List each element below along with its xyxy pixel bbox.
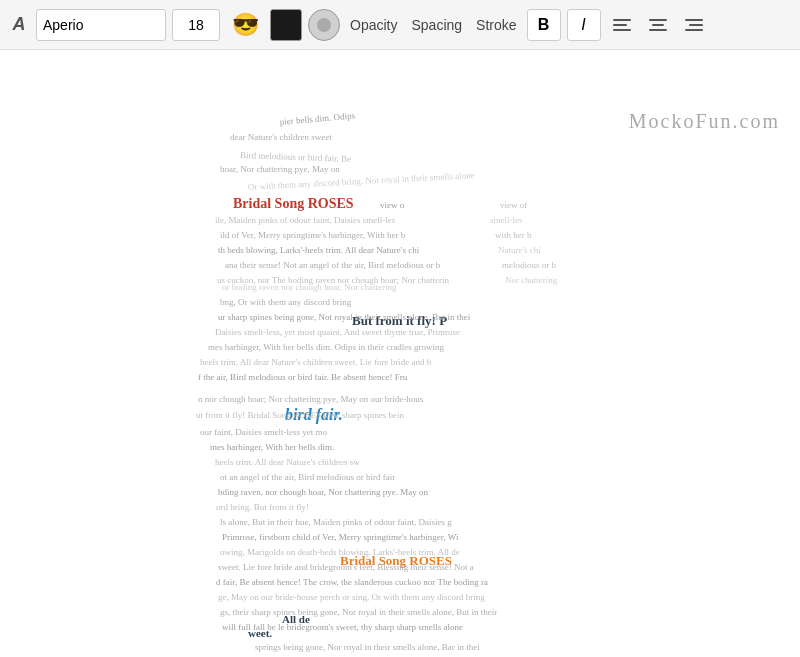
svg-text:n nor chough hoar; Nor chatter: n nor chough hoar; Nor chattering pye, M…	[198, 394, 424, 404]
svg-text:bng, Or with them any discord : bng, Or with them any discord bring	[220, 297, 352, 307]
color-opacity-swatch[interactable]	[308, 9, 340, 41]
svg-text:Nor chattering: Nor chattering	[505, 275, 558, 285]
svg-text:our faint, Daisies smelt-less : our faint, Daisies smelt-less yet mo	[200, 427, 327, 437]
align-center-button[interactable]	[643, 9, 673, 41]
svg-text:ge, May on our bride-house per: ge, May on our bride-house perch or sing…	[218, 592, 485, 602]
stroke-label: Stroke	[472, 17, 520, 33]
align-center-icon	[649, 19, 667, 31]
svg-text:Bridal Song ROSES: Bridal Song ROSES	[233, 196, 354, 211]
svg-text:ot an angel of the air, Bird m: ot an angel of the air, Bird melodious o…	[220, 472, 395, 482]
canvas-area[interactable]: MockoFun.com pier bells dim. Odips dear …	[0, 50, 800, 657]
svg-text:mes harbinger, With her bells : mes harbinger, With her bells dim.	[210, 442, 334, 452]
svg-text:th beds blowing, Larks'-heels : th beds blowing, Larks'-heels trim. All …	[218, 245, 420, 255]
svg-text:bding raven, nor chough hoar, : bding raven, nor chough hoar, Nor chatte…	[218, 487, 429, 497]
svg-text:mes harbinger, With her bells : mes harbinger, With her bells dim. Odips…	[208, 342, 445, 352]
svg-text:sweet. Lie fore bride and brid: sweet. Lie fore bride and bridegroom's f…	[218, 562, 474, 572]
svg-text:ild of Ver, Merry springtime's: ild of Ver, Merry springtime's harbinger…	[220, 230, 406, 240]
svg-text:heels trim. All dear Nature's : heels trim. All dear Nature's children s…	[200, 357, 432, 367]
svg-text:ur sharp spines being gone, No: ur sharp spines being gone, Not royal in…	[218, 312, 471, 322]
svg-text:owing, Marigolds on death-beds: owing, Marigolds on death-beds blowing, …	[220, 547, 460, 557]
svg-text:d fair, Be absent hence! The c: d fair, Be absent hence! The crow, the s…	[216, 577, 488, 587]
bold-button[interactable]: B	[527, 9, 561, 41]
svg-text:weet.: weet.	[248, 627, 272, 639]
italic-button[interactable]: I	[567, 9, 601, 41]
svg-text:All de: All de	[282, 613, 310, 625]
color-black-swatch[interactable]	[270, 9, 302, 41]
spacing-label: Spacing	[407, 17, 466, 33]
toolbar: A 😎 Opacity Spacing Stroke B I	[0, 0, 800, 50]
svg-text:heels trim. All dear Nature's : heels trim. All dear Nature's children s…	[215, 457, 360, 467]
svg-text:Primrose, firstborn child of V: Primrose, firstborn child of Ver, Merry …	[222, 532, 459, 542]
svg-text:view o: view o	[380, 200, 405, 210]
align-right-button[interactable]	[679, 9, 709, 41]
svg-text:ut from it fly! Bridal Song RO: ut from it fly! Bridal Song ROSES their …	[196, 410, 404, 420]
emoji-button[interactable]: 😎	[226, 9, 264, 41]
svg-text:ls alone, But in their hue, Ma: ls alone, But in their hue, Maiden pinks…	[220, 517, 452, 527]
svg-text:gs, their sharp spines being g: gs, their sharp spines being gone, Nor r…	[220, 607, 497, 617]
font-type-icon: A	[8, 14, 30, 35]
word-cloud-svg: pier bells dim. Odips dear Nature's chil…	[0, 50, 800, 657]
svg-text:dear Nature's children sweet: dear Nature's children sweet	[230, 132, 332, 142]
align-left-button[interactable]	[607, 9, 637, 41]
svg-text:melodious or b: melodious or b	[502, 260, 556, 270]
svg-text:with her b: with her b	[495, 230, 532, 240]
svg-text:ile, Maiden pinks of odour fai: ile, Maiden pinks of odour faint, Daisie…	[215, 215, 396, 225]
svg-text:hoar, Nor chattering pye, May : hoar, Nor chattering pye, May on	[220, 164, 340, 174]
svg-text:smell-les: smell-les	[490, 215, 523, 225]
svg-text:or boding raven nor chough hoa: or boding raven nor chough hoar, Nor cha…	[222, 282, 397, 292]
svg-text:Bird melodious or bird fair, B: Bird melodious or bird fair, Be	[240, 150, 351, 164]
svg-text:Nature's chi: Nature's chi	[498, 245, 541, 255]
align-left-icon	[613, 19, 631, 31]
svg-text:pier bells dim. Odips: pier bells dim. Odips	[279, 110, 356, 127]
font-size-input[interactable]	[172, 9, 220, 41]
opacity-label: Opacity	[346, 17, 401, 33]
svg-text:ord bring. But from it fly!: ord bring. But from it fly!	[216, 502, 309, 512]
svg-text:springs being gone, Nor royal : springs being gone, Nor royal in their s…	[255, 642, 480, 652]
font-name-input[interactable]	[36, 9, 166, 41]
svg-text:view of: view of	[500, 200, 527, 210]
svg-text:f the air, Bird melodious or b: f the air, Bird melodious or bird fair. …	[198, 372, 408, 382]
svg-text:ana their sense! Not an angel : ana their sense! Not an angel of the air…	[225, 260, 441, 270]
align-right-icon	[685, 19, 703, 31]
svg-text:Daisies smelt-less, yet most q: Daisies smelt-less, yet most quaint, And…	[215, 327, 460, 337]
